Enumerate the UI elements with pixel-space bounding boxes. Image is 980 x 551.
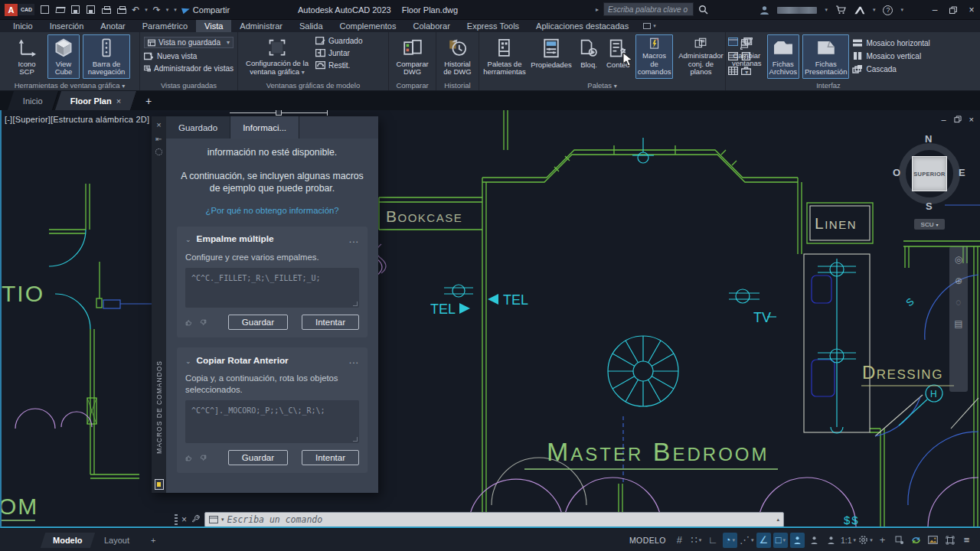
palette-tab-guardado[interactable]: Guardado	[166, 116, 230, 139]
model-tab[interactable]: Modelo	[41, 533, 95, 548]
command-prompt-icon[interactable]	[209, 516, 218, 523]
drawing-area[interactable]: Master Bedroom Bookcase Linen Dressing T…	[0, 110, 980, 528]
command-line-close-icon[interactable]: ×	[181, 514, 187, 525]
file-tab-inicio[interactable]: Inicio	[8, 91, 59, 110]
user-name-redacted[interactable]	[777, 7, 817, 14]
user-caret-icon[interactable]: ▾	[825, 7, 828, 13]
graphics-performance-button[interactable]	[909, 533, 923, 548]
new-layout-button[interactable]: +	[138, 533, 168, 548]
annotation-scale-sync-toggle[interactable]	[824, 533, 838, 548]
share-button[interactable]: Compartir	[182, 5, 230, 15]
tab-insercion[interactable]: Inserción	[41, 20, 93, 32]
viewport-join-button[interactable]: Juntar	[315, 49, 362, 57]
viewcube-toggle-button[interactable]: View Cube	[47, 34, 80, 79]
cascade-button[interactable]: Cascada	[852, 64, 929, 73]
viewport-config-button[interactable]: Configuración de la ventana gráfica ▾	[242, 34, 312, 79]
tab-aplicaciones-destacadas[interactable]: Aplicaciones destacadas	[528, 20, 637, 32]
isolate-objects-button[interactable]	[892, 533, 906, 548]
tab-colaborar[interactable]: Colaborar	[405, 20, 459, 32]
block-palette-button[interactable]: Bloq.	[577, 34, 601, 79]
tab-salida[interactable]: Salida	[291, 20, 332, 32]
tab-complementos[interactable]: Complementos	[332, 20, 405, 32]
file-tab-close-icon[interactable]: ×	[116, 96, 120, 106]
tile-horizontal-button[interactable]: Mosaico horizontal	[852, 38, 929, 47]
viewport-divider-slider[interactable]	[230, 112, 328, 113]
panel-label-history[interactable]: Historial	[436, 81, 479, 90]
file-tabs-toggle-button[interactable]: Fichas Archivos	[767, 34, 799, 79]
grid-toggle[interactable]: #	[672, 533, 687, 548]
macro-save-button[interactable]: Guardar	[228, 315, 288, 330]
space-indicator[interactable]: MODELO	[629, 536, 666, 545]
tab-express-tools[interactable]: Express Tools	[459, 20, 528, 32]
properties-button[interactable]: Propiedades	[529, 34, 573, 79]
palette-tab-informacion[interactable]: Informaci...	[230, 116, 299, 139]
card-menu-icon[interactable]: ...	[349, 354, 359, 367]
panel-label-interface[interactable]: Interfaz	[726, 81, 931, 90]
autodesk-icon[interactable]	[854, 5, 865, 15]
nav-wheel-icon[interactable]: ▤	[954, 318, 962, 329]
thumbs-down-icon[interactable]	[200, 452, 207, 464]
palette-autohide-icon[interactable]: ⇤	[155, 135, 162, 143]
file-tab-floor-plan[interactable]: Floor Plan×	[55, 91, 137, 110]
ucs-icon-button[interactable]: Icono SCP	[9, 34, 44, 79]
restore-button[interactable]	[948, 6, 959, 15]
tab-parametrico[interactable]: Paramétrico	[134, 20, 196, 32]
viewport-controls-label[interactable]: [-][Superior][Estructura alámbrica 2D]	[5, 115, 149, 124]
named-views-dropdown[interactable]: Vista no guardada ▾	[144, 37, 234, 48]
switch-windows-button[interactable]: Cambiar ventanas ▾	[730, 34, 764, 79]
close-button[interactable]: ×	[966, 5, 977, 15]
macro-code-box[interactable]: ^C^C^]._MOCORO;_P;;\_C\;_R;\;	[185, 400, 359, 443]
nav-zoom-icon[interactable]: ⊕	[955, 276, 962, 286]
object-snap-tracking-toggle[interactable]: ∠	[756, 533, 771, 548]
plot-icon[interactable]	[101, 5, 111, 15]
palette-macro-icon[interactable]	[155, 479, 164, 490]
ortho-toggle[interactable]: ∟	[706, 533, 720, 548]
annotation-scale-button[interactable]: 1:1▾	[841, 533, 856, 548]
save-icon[interactable]	[70, 5, 80, 15]
command-macros-button[interactable]: Macros de comandos	[635, 34, 674, 79]
thum bs-up-icon[interactable]	[185, 317, 192, 328]
customization-gear-button[interactable]: ▾	[858, 533, 873, 548]
navbar-toggle-button[interactable]: Barra de navegación	[83, 34, 130, 79]
macro-code-box[interactable]: ^C^C._FILLET;_R;\_FILLET;_U;	[185, 268, 359, 308]
redo-caret-icon[interactable]: ▾	[166, 7, 169, 13]
annotation-autoscale-toggle[interactable]	[807, 533, 822, 548]
drawing-close-button[interactable]: ×	[969, 115, 974, 124]
viewport-saved-button[interactable]: Guardado	[315, 37, 362, 45]
object-snap-toggle[interactable]: □▾	[773, 533, 788, 548]
palette-help-link[interactable]: ¿Por qué no obtengo información?	[177, 205, 368, 217]
panel-label-palettes[interactable]: Paletas ▾	[479, 81, 725, 90]
thumbs-down-icon[interactable]	[200, 317, 207, 328]
macro-save-button[interactable]: Guardar	[228, 450, 288, 465]
undo-caret-icon[interactable]: ▾	[145, 7, 148, 13]
slider-knob[interactable]	[276, 110, 282, 116]
new-file-icon[interactable]	[40, 5, 50, 15]
ribbon-display-toggle[interactable]: ▾	[643, 20, 656, 32]
save-as-icon[interactable]	[86, 5, 96, 15]
tool-palettes-button[interactable]: Paletas de herramientas	[483, 34, 526, 79]
crosshair-toggle[interactable]: +	[875, 533, 890, 548]
viewport-restore-button[interactable]: Restit.	[315, 61, 362, 70]
panel-label-model-viewports[interactable]: Ventanas gráficas de modelo	[238, 81, 388, 90]
tab-vista[interactable]: Vista	[196, 20, 231, 32]
layout-tab[interactable]: Layout	[91, 533, 142, 548]
thumbs-up-icon[interactable]	[185, 452, 192, 464]
snap-toggle[interactable]: ∷▾	[689, 533, 704, 548]
compare-dwg-button[interactable]: Comparar DWG	[393, 34, 432, 79]
qat-customize-caret-icon[interactable]: ▾	[174, 7, 177, 13]
autodesk-caret-icon[interactable]: ▾	[873, 7, 876, 13]
cart-icon[interactable]	[835, 5, 846, 15]
open-file-icon[interactable]	[55, 5, 65, 15]
command-input[interactable]	[227, 514, 774, 525]
palette-close-icon[interactable]: ×	[156, 120, 161, 129]
new-drawing-button[interactable]: +	[136, 91, 161, 110]
new-view-button[interactable]: Nueva vista	[144, 52, 234, 60]
command-line-wrench-icon[interactable]	[191, 514, 201, 524]
view-cube[interactable]: N E S O SUPERIOR SCU▾	[893, 133, 966, 233]
customization-menu-button[interactable]: ≡	[959, 533, 974, 548]
command-line[interactable]: × ▾ ▴	[175, 511, 784, 527]
undo-icon[interactable]: ↶	[132, 5, 139, 15]
viewcube-south[interactable]: S	[926, 201, 933, 212]
print-icon[interactable]	[116, 5, 126, 15]
tab-inicio[interactable]: Inicio	[5, 20, 41, 32]
